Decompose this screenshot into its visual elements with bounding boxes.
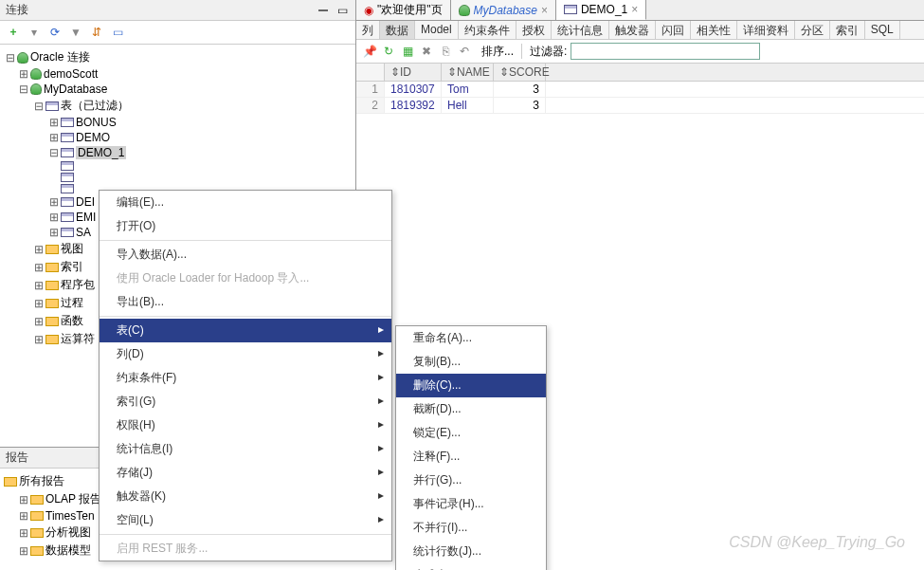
editor-tabs: ◉"欢迎使用"页 MyDatabase× DEMO_1×: [356, 0, 924, 21]
grid-row[interactable]: 1 1810307 Tom 3: [356, 82, 924, 98]
submenu-parallel[interactable]: 并行(G)...: [396, 469, 546, 492]
menu-privilege[interactable]: 权限(H)▸: [100, 414, 391, 437]
subtab-grants[interactable]: 授权: [516, 21, 552, 39]
menu-stats[interactable]: 统计信息(I)▸: [100, 437, 391, 461]
tree-tables[interactable]: ⊟表（已过滤）: [2, 97, 353, 115]
tree-col[interactable]: [2, 172, 353, 183]
submenu-comment[interactable]: 注释(F)...: [396, 445, 546, 469]
tab-welcome[interactable]: ◉"欢迎使用"页: [356, 0, 451, 20]
tree-table[interactable]: ⊞BONUS: [2, 115, 353, 130]
submenu-rename[interactable]: 重命名(A)...: [396, 326, 546, 350]
tree-table[interactable]: ⊞DEMO: [2, 130, 353, 145]
dropdown-icon[interactable]: ▾: [27, 25, 42, 40]
tree-conn[interactable]: ⊟MyDatabase: [2, 82, 353, 97]
tree-conn[interactable]: ⊞demoScott: [2, 66, 353, 82]
data-toolbar: 📌 ↻ ▦ ✖ ⎘ ↶ 排序... 过滤器:: [356, 40, 924, 64]
col-id[interactable]: ⇕ ID: [385, 64, 442, 81]
chevron-right-icon: ▸: [378, 465, 384, 478]
chevron-right-icon: ▸: [378, 394, 384, 407]
tree-icon[interactable]: ⇵: [89, 25, 104, 40]
list-icon[interactable]: ▭: [110, 25, 125, 40]
menu-export[interactable]: 导出(B)...: [100, 290, 391, 314]
context-menu-main[interactable]: 编辑(E)... 打开(O) 导入数据(A)... 使用 Oracle Load…: [99, 190, 392, 561]
close-icon[interactable]: ×: [631, 3, 638, 16]
subtabs: 列 数据 Model 约束条件 授权 统计信息 触发器 闪回 相关性 详细资料 …: [356, 21, 924, 40]
menu-edit[interactable]: 编辑(E)...: [100, 191, 391, 214]
filter-icon[interactable]: ▼: [68, 25, 83, 40]
filter-label: 过滤器:: [530, 44, 567, 60]
submenu-noparallel[interactable]: 不并行(I)...: [396, 516, 546, 540]
col-score[interactable]: ⇕ SCORE: [494, 64, 546, 81]
subtab-constraints[interactable]: 约束条件: [459, 21, 516, 39]
subtab-model[interactable]: Model: [415, 21, 459, 39]
subtab-partitions[interactable]: 分区: [795, 21, 830, 39]
close-icon[interactable]: ×: [541, 4, 548, 17]
subtab-data[interactable]: 数据: [380, 21, 415, 39]
chevron-right-icon: ▸: [378, 512, 384, 525]
menu-separator: [100, 534, 391, 535]
dock-icon[interactable]: ▭: [335, 3, 350, 18]
menu-open[interactable]: 打开(O): [100, 214, 391, 238]
menu-import[interactable]: 导入数据(A)...: [100, 243, 391, 267]
subtab-deps[interactable]: 相关性: [691, 21, 737, 39]
submenu-events[interactable]: 事件记录(H)...: [396, 492, 546, 516]
tree-col[interactable]: [2, 160, 353, 172]
submenu-lock[interactable]: 锁定(E)...: [396, 421, 546, 445]
menu-separator: [100, 240, 391, 241]
chevron-right-icon: ▸: [378, 417, 384, 431]
context-submenu-table[interactable]: 重命名(A)... 复制(B)... 删除(C)... 截断(D)... 锁定(…: [395, 325, 547, 570]
col-name[interactable]: ⇕ NAME: [442, 64, 494, 81]
tree-root[interactable]: ⊟Oracle 连接: [2, 48, 353, 66]
menu-trigger[interactable]: 触发器(K)▸: [100, 485, 391, 508]
data-grid: ⇕ ID ⇕ NAME ⇕ SCORE 1 1810307 Tom 3 2 18…: [356, 64, 924, 114]
tab-demo1[interactable]: DEMO_1×: [556, 0, 646, 20]
chevron-right-icon: ▸: [378, 346, 384, 359]
menu-column[interactable]: 列(D)▸: [100, 342, 391, 366]
undo-icon[interactable]: ↶: [457, 44, 472, 59]
tree-table-selected[interactable]: ⊟DEMO_1: [2, 145, 353, 160]
submenu-copy[interactable]: 复制(B)...: [396, 350, 546, 374]
menu-rest: 启用 REST 服务...: [100, 537, 391, 561]
subtab-stats[interactable]: 统计信息: [552, 21, 609, 39]
menu-separator: [100, 316, 391, 317]
menu-space[interactable]: 空间(L)▸: [100, 508, 391, 532]
grid-header: ⇕ ID ⇕ NAME ⇕ SCORE: [356, 64, 924, 82]
submenu-countrows[interactable]: 统计行数(J)...: [396, 540, 546, 563]
copy-icon[interactable]: ⎘: [438, 44, 453, 59]
subtab-flashback[interactable]: 闪回: [656, 21, 691, 39]
menu-storage[interactable]: 存储(J)▸: [100, 461, 391, 485]
delete-row-icon[interactable]: ✖: [419, 44, 434, 59]
menu-import-hadoop: 使用 Oracle Loader for Hadoop 导入...: [100, 267, 391, 290]
refresh-icon[interactable]: ⟳: [47, 25, 63, 40]
add-icon[interactable]: +: [6, 25, 21, 40]
tab-mydatabase[interactable]: MyDatabase×: [451, 0, 556, 20]
pin-icon[interactable]: 📌: [362, 44, 377, 59]
refresh-icon[interactable]: ↻: [381, 44, 396, 59]
grid-row[interactable]: 2 1819392 Hell 3: [356, 98, 924, 114]
submenu-genapi[interactable]: 生成表 API...: [396, 563, 546, 570]
connections-toolbar: + ▾ ⟳ ▼ ⇵ ▭: [0, 21, 355, 45]
filter-input[interactable]: [571, 43, 760, 60]
menu-table[interactable]: 表(C)▸: [100, 319, 391, 342]
subtab-triggers[interactable]: 触发器: [609, 21, 656, 39]
sort-link[interactable]: 排序...: [481, 44, 514, 60]
chevron-right-icon: ▸: [378, 488, 384, 502]
panel-title: 连接: [6, 2, 316, 18]
subtab-columns[interactable]: 列: [356, 21, 380, 39]
subtab-indexes[interactable]: 索引: [830, 21, 865, 39]
submenu-delete[interactable]: 删除(C)...: [396, 374, 546, 397]
panel-header: 连接 ▭: [0, 0, 355, 21]
chevron-right-icon: ▸: [378, 441, 384, 454]
chevron-right-icon: ▸: [378, 370, 384, 383]
chevron-right-icon: ▸: [378, 322, 384, 336]
menu-index[interactable]: 索引(G)▸: [100, 390, 391, 414]
minimize-icon[interactable]: [316, 3, 331, 18]
menu-constraint[interactable]: 约束条件(F)▸: [100, 366, 391, 390]
submenu-truncate[interactable]: 截断(D)...: [396, 397, 546, 421]
subtab-details[interactable]: 详细资料: [737, 21, 795, 39]
add-row-icon[interactable]: ▦: [400, 44, 415, 59]
subtab-sql[interactable]: SQL: [865, 21, 900, 39]
